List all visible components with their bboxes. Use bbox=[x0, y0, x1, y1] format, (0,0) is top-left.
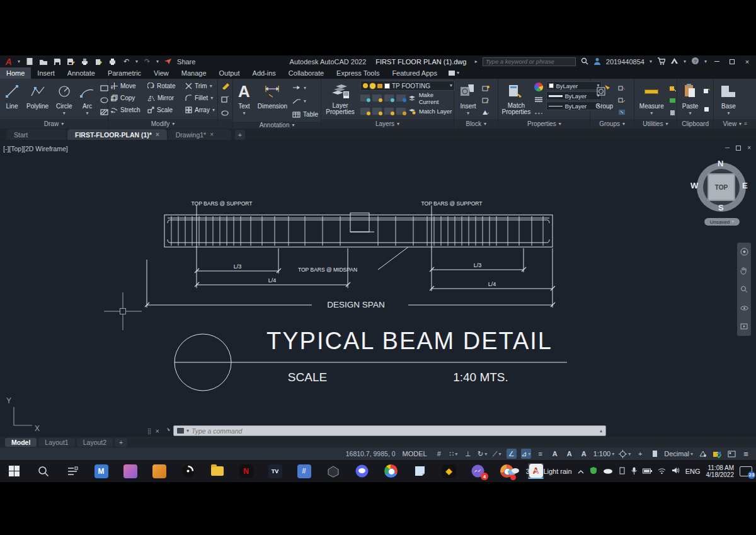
command-history-icon[interactable]: ▴ bbox=[600, 428, 602, 434]
new-layout-button[interactable]: + bbox=[115, 438, 127, 447]
transfer-icon[interactable] bbox=[94, 57, 103, 66]
text-tool[interactable]: A Text ▾ bbox=[236, 81, 253, 122]
cut-clip-icon[interactable] bbox=[703, 103, 711, 115]
tab-featured-apps[interactable]: Featured Apps bbox=[386, 67, 444, 79]
group-selection-icon[interactable] bbox=[618, 106, 626, 118]
viewcube-ucs-menu[interactable]: Unsaved▾ bbox=[704, 218, 740, 226]
ungroup-icon[interactable] bbox=[618, 83, 626, 94]
clock[interactable]: 11:08 AM 4/18/2022 bbox=[706, 464, 735, 478]
trim-tool[interactable]: Trim ▾ bbox=[185, 80, 212, 92]
logo-dropdown-icon[interactable]: ▾ bbox=[18, 59, 20, 64]
layout2-tab[interactable]: Layout2 bbox=[77, 438, 113, 447]
tab-view[interactable]: View bbox=[147, 67, 175, 79]
panel-label-modify[interactable]: Modify▾ bbox=[108, 119, 217, 129]
file-tab-first-floor-plan[interactable]: FIRST-FLOOR-PLAN (1)* × bbox=[67, 129, 167, 140]
make-current-tool[interactable]: Make Current bbox=[408, 92, 455, 104]
model-space-button[interactable]: MODEL bbox=[400, 449, 430, 459]
command-close-icon[interactable]: × bbox=[156, 427, 159, 435]
edit-block-icon[interactable] bbox=[482, 95, 490, 106]
layer-lock-icon[interactable] bbox=[396, 95, 406, 101]
file-tab-drawing1[interactable]: Drawing1* × bbox=[168, 129, 231, 140]
linetype-icon[interactable] bbox=[534, 106, 543, 118]
file-explorer-icon[interactable] bbox=[209, 463, 225, 479]
fillet-tool[interactable]: Fillet ▾ bbox=[185, 92, 213, 104]
layer-properties-tool[interactable]: Layer Properties bbox=[324, 81, 357, 119]
onedrive-tray-icon[interactable] bbox=[603, 467, 613, 475]
viewcube-south[interactable]: S bbox=[718, 203, 724, 212]
tab-parametric[interactable]: Parametric bbox=[101, 67, 147, 79]
new-file-icon[interactable] bbox=[25, 57, 34, 66]
command-line-dock[interactable]: ⣿ × ▾ ▴ bbox=[147, 425, 606, 437]
create-block-icon[interactable] bbox=[482, 83, 490, 94]
battery-tray-icon[interactable] bbox=[643, 468, 652, 475]
autodesk-dropdown-icon[interactable]: ▾ bbox=[684, 59, 686, 64]
layer-isolate-icon[interactable] bbox=[372, 95, 382, 101]
snap-mode-button[interactable]: ∷▾ bbox=[449, 449, 459, 459]
chrome-icon[interactable] bbox=[383, 463, 399, 479]
command-grip-icon[interactable]: ⣿ bbox=[147, 428, 152, 434]
crosshair-plus-button[interactable]: + bbox=[635, 449, 645, 459]
viewcube-top-face[interactable]: TOP bbox=[707, 173, 735, 201]
layer-unisolate-icon[interactable] bbox=[360, 108, 370, 115]
panel-label-block[interactable]: Block▾ bbox=[454, 119, 498, 129]
circle-dropdown-icon[interactable]: ▾ bbox=[63, 111, 66, 116]
id-point-icon[interactable] bbox=[669, 106, 677, 118]
block-attributes-icon[interactable] bbox=[482, 106, 490, 118]
ribbon-collapse-dropdown-icon[interactable]: ▾ bbox=[457, 71, 459, 76]
hidden-icons-chevron[interactable] bbox=[578, 468, 584, 475]
layout1-tab[interactable]: Layout1 bbox=[38, 438, 74, 447]
print-icon[interactable] bbox=[108, 57, 117, 66]
circle-tool[interactable]: Circle ▾ bbox=[54, 81, 75, 119]
layer-select[interactable]: TP FOOTING ▾ bbox=[360, 81, 455, 91]
close-tab2-icon[interactable]: × bbox=[210, 131, 214, 138]
autocad-logo-icon[interactable]: A bbox=[4, 57, 13, 66]
full-nav-wheel-icon[interactable] bbox=[740, 248, 748, 256]
arc-dropdown-icon[interactable]: ▾ bbox=[86, 111, 89, 116]
panel-label-properties[interactable]: Properties▾ bbox=[498, 119, 590, 129]
workspace-switching-button[interactable]: ▾ bbox=[619, 449, 631, 459]
panel-label-layers[interactable]: Layers▾ bbox=[321, 119, 454, 129]
language-indicator[interactable]: ENG bbox=[685, 468, 701, 475]
app-minimize-button[interactable] bbox=[712, 57, 722, 66]
paste-tool[interactable]: Paste ▾ bbox=[680, 81, 701, 119]
redo-icon[interactable]: ↷ bbox=[142, 57, 152, 66]
panel-label-view[interactable]: View▾ ≡ bbox=[714, 119, 756, 129]
save-icon[interactable] bbox=[52, 57, 62, 66]
tab-output[interactable]: Output bbox=[213, 67, 246, 79]
layer-unlock2-icon[interactable] bbox=[384, 108, 394, 115]
help-icon[interactable]: ? bbox=[691, 57, 699, 66]
drawing-canvas[interactable]: [-][Top][2D Wireframe] ─ × bbox=[0, 140, 756, 437]
match-layer-tool[interactable]: Match Layer bbox=[408, 105, 452, 117]
base-tool[interactable]: Base ▾ bbox=[716, 81, 740, 119]
viewcube-east[interactable]: E bbox=[742, 181, 748, 190]
redo-dropdown-icon[interactable]: ▾ bbox=[156, 59, 159, 64]
game-app-icon[interactable] bbox=[151, 463, 167, 479]
object-snap-tracking-button[interactable]: ∠ bbox=[507, 449, 517, 459]
table-tool[interactable]: Table bbox=[292, 108, 318, 120]
annotation-scale-value[interactable]: 1:100▾ bbox=[593, 449, 615, 459]
quick-select-icon[interactable] bbox=[669, 83, 677, 94]
wifi-tray-icon[interactable] bbox=[658, 468, 666, 475]
viewcube[interactable]: TOP N S W E Unsaved▾ bbox=[697, 160, 747, 234]
user-avatar-icon[interactable] bbox=[593, 57, 601, 66]
annotation-visibility-button[interactable]: A bbox=[550, 449, 560, 459]
lineweight-display-button[interactable]: ≡ bbox=[536, 449, 546, 459]
zoom-extents-icon[interactable] bbox=[740, 285, 748, 294]
dimension-tool[interactable]: Dimension bbox=[255, 81, 290, 122]
app-close-button[interactable]: × bbox=[742, 57, 752, 66]
undo-icon[interactable]: ↶ bbox=[122, 57, 131, 66]
rotate-tool[interactable]: Rotate bbox=[147, 80, 180, 92]
showmotion-icon[interactable] bbox=[740, 322, 748, 331]
graphics-performance-button[interactable] bbox=[712, 449, 722, 459]
photos-app-icon[interactable] bbox=[122, 463, 138, 479]
orbit-icon[interactable] bbox=[740, 304, 748, 313]
grid-display-button[interactable]: # bbox=[434, 449, 444, 459]
line-tool[interactable]: Line bbox=[3, 81, 21, 119]
copy-clip-icon[interactable] bbox=[703, 85, 711, 96]
panel-label-utilities[interactable]: Utilities▾ bbox=[634, 119, 677, 129]
annotation-scale-icon[interactable]: A bbox=[579, 449, 589, 459]
opera-gx-icon[interactable] bbox=[180, 463, 196, 479]
app-m-icon[interactable]: M bbox=[93, 463, 109, 479]
start-button[interactable] bbox=[6, 463, 22, 479]
notification-center-button[interactable]: 23 bbox=[740, 466, 752, 476]
